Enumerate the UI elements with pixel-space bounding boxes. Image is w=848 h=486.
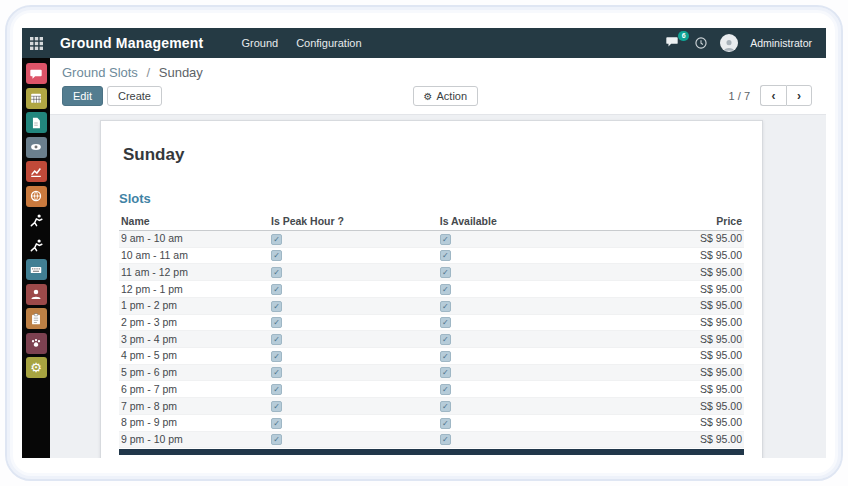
is-peak-hour-checkbox[interactable]: ✓ xyxy=(271,267,282,278)
is-peak-hour-cell: ✓ xyxy=(269,398,438,415)
table-row[interactable]: 12 pm - 1 pm✓✓S$ 95.00 xyxy=(119,281,744,298)
is-available-checkbox[interactable]: ✓ xyxy=(440,334,451,345)
breadcrumb: Ground Slots / Sunday xyxy=(62,65,812,80)
create-button[interactable]: Create xyxy=(107,86,162,106)
is-peak-hour-checkbox[interactable]: ✓ xyxy=(271,284,282,295)
action-button[interactable]: ⚙Action xyxy=(413,86,479,106)
is-peak-hour-cell: ✓ xyxy=(269,331,438,348)
paw-app-icon[interactable] xyxy=(26,333,47,354)
apps-sidebar: ⚙ xyxy=(22,58,50,458)
gear-app-icon[interactable]: ⚙ xyxy=(26,357,47,378)
table-row[interactable]: 5 pm - 6 pm✓✓S$ 95.00 xyxy=(119,364,744,381)
avatar[interactable] xyxy=(720,34,738,52)
gear-icon: ⚙ xyxy=(424,91,433,102)
is-peak-hour-checkbox[interactable]: ✓ xyxy=(271,434,282,445)
is-available-checkbox[interactable]: ✓ xyxy=(440,384,451,395)
breadcrumb-current: Sunday xyxy=(159,65,203,80)
is-peak-hour-checkbox[interactable]: ✓ xyxy=(271,317,282,328)
chart-app-icon[interactable] xyxy=(26,161,47,182)
member-app-icon[interactable] xyxy=(26,284,47,305)
table-row[interactable]: 4 pm - 5 pm✓✓S$ 95.00 xyxy=(119,348,744,365)
pager-next-button[interactable]: › xyxy=(786,85,812,106)
pager-prev-button[interactable]: ‹ xyxy=(760,85,786,106)
slot-name-cell: 5 pm - 6 pm xyxy=(119,364,269,381)
athlete-app-icon[interactable] xyxy=(26,210,47,231)
is-available-cell: ✓ xyxy=(438,398,651,415)
globe-app-icon[interactable] xyxy=(26,186,47,207)
price-cell: S$ 95.00 xyxy=(650,281,744,298)
keyboard-app-icon[interactable] xyxy=(26,259,47,280)
is-available-checkbox[interactable]: ✓ xyxy=(440,434,451,445)
slots-table: Name Is Peak Hour ? Is Available Price 9… xyxy=(119,213,744,448)
table-row[interactable]: 2 pm - 3 pm✓✓S$ 95.00 xyxy=(119,314,744,331)
menu-item-ground[interactable]: Ground xyxy=(241,37,278,49)
slot-name-cell: 8 pm - 9 pm xyxy=(119,414,269,431)
user-name[interactable]: Administrator xyxy=(750,37,812,49)
clipboard-app-icon[interactable] xyxy=(26,308,47,329)
is-peak-hour-checkbox[interactable]: ✓ xyxy=(271,418,282,429)
apps-grid-icon[interactable] xyxy=(22,28,50,58)
price-cell: S$ 95.00 xyxy=(650,231,744,248)
slot-name-cell: 12 pm - 1 pm xyxy=(119,281,269,298)
chat-app-icon[interactable] xyxy=(26,63,47,84)
is-available-checkbox[interactable]: ✓ xyxy=(440,284,451,295)
pager-value: 1 / 7 xyxy=(729,90,750,102)
is-peak-hour-checkbox[interactable]: ✓ xyxy=(271,234,282,245)
topbar-right: 6 Administrator xyxy=(664,34,826,52)
table-row[interactable]: 11 am - 12 pm✓✓S$ 95.00 xyxy=(119,264,744,281)
column-header-price[interactable]: Price xyxy=(650,213,744,231)
is-available-checkbox[interactable]: ✓ xyxy=(440,401,451,412)
is-peak-hour-checkbox[interactable]: ✓ xyxy=(271,351,282,362)
is-available-checkbox[interactable]: ✓ xyxy=(440,367,451,378)
is-available-checkbox[interactable]: ✓ xyxy=(440,301,451,312)
document-app-icon[interactable] xyxy=(26,112,47,133)
is-available-checkbox[interactable]: ✓ xyxy=(440,250,451,261)
edit-button[interactable]: Edit xyxy=(62,86,103,106)
table-row[interactable]: 10 am - 11 am✓✓S$ 95.00 xyxy=(119,247,744,264)
table-row[interactable]: 7 pm - 8 pm✓✓S$ 95.00 xyxy=(119,398,744,415)
price-cell: S$ 95.00 xyxy=(650,398,744,415)
is-available-checkbox[interactable]: ✓ xyxy=(440,351,451,362)
slot-name-cell: 9 am - 10 am xyxy=(119,231,269,248)
column-header-name[interactable]: Name xyxy=(119,213,269,231)
table-row[interactable]: 9 am - 10 am✓✓S$ 95.00 xyxy=(119,231,744,248)
price-cell: S$ 95.00 xyxy=(650,381,744,398)
table-row[interactable]: 1 pm - 2 pm✓✓S$ 95.00 xyxy=(119,297,744,314)
is-available-cell: ✓ xyxy=(438,297,651,314)
is-peak-hour-checkbox[interactable]: ✓ xyxy=(271,301,282,312)
slot-name-cell: 3 pm - 4 pm xyxy=(119,331,269,348)
is-peak-hour-checkbox[interactable]: ✓ xyxy=(271,250,282,261)
is-available-cell: ✓ xyxy=(438,264,651,281)
column-header-peak[interactable]: Is Peak Hour ? xyxy=(269,213,438,231)
main-area: Ground Slots / Sunday Edit Create ⚙Actio… xyxy=(50,58,826,458)
calendar-app-icon[interactable] xyxy=(26,88,47,109)
column-header-available[interactable]: Is Available xyxy=(438,213,651,231)
is-available-checkbox[interactable]: ✓ xyxy=(440,267,451,278)
table-row[interactable]: 3 pm - 4 pm✓✓S$ 95.00 xyxy=(119,331,744,348)
slots-section-title: Slots xyxy=(119,191,744,206)
is-available-cell: ✓ xyxy=(438,348,651,365)
is-peak-hour-checkbox[interactable]: ✓ xyxy=(271,367,282,378)
athlete-app-icon[interactable] xyxy=(26,235,47,256)
slot-name-cell: 9 pm - 10 pm xyxy=(119,431,269,448)
eye-app-icon[interactable] xyxy=(26,137,47,158)
messages-icon[interactable]: 6 xyxy=(664,35,682,51)
is-peak-hour-checkbox[interactable]: ✓ xyxy=(271,384,282,395)
table-row[interactable]: 8 pm - 9 pm✓✓S$ 95.00 xyxy=(119,414,744,431)
price-cell: S$ 95.00 xyxy=(650,331,744,348)
app-viewport: Ground Management Ground Configuration 6… xyxy=(22,28,826,458)
topbar: Ground Management Ground Configuration 6… xyxy=(22,28,826,58)
menu-item-configuration[interactable]: Configuration xyxy=(296,37,361,49)
is-peak-hour-checkbox[interactable]: ✓ xyxy=(271,401,282,412)
is-available-checkbox[interactable]: ✓ xyxy=(440,234,451,245)
table-row[interactable]: 9 pm - 10 pm✓✓S$ 95.00 xyxy=(119,431,744,448)
activities-clock-icon[interactable] xyxy=(694,36,708,50)
app-title[interactable]: Ground Management xyxy=(60,35,203,51)
is-peak-hour-cell: ✓ xyxy=(269,348,438,365)
is-available-checkbox[interactable]: ✓ xyxy=(440,317,451,328)
is-peak-hour-checkbox[interactable]: ✓ xyxy=(271,334,282,345)
table-row[interactable]: 6 pm - 7 pm✓✓S$ 95.00 xyxy=(119,381,744,398)
horizontal-scrollbar[interactable] xyxy=(119,449,744,455)
is-available-checkbox[interactable]: ✓ xyxy=(440,418,451,429)
breadcrumb-link-ground-slots[interactable]: Ground Slots xyxy=(62,65,138,80)
